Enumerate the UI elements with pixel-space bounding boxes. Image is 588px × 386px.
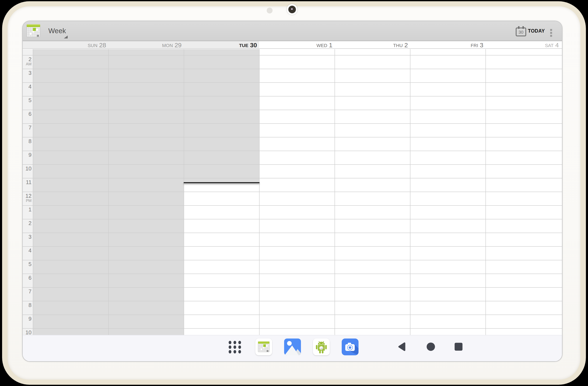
overflow-menu-icon[interactable] (546, 21, 556, 41)
calendar-peg (518, 26, 520, 29)
light-sensor-icon (267, 8, 273, 13)
hour-label: 12PM (23, 193, 32, 203)
app-drawer-icon (229, 341, 241, 353)
day-date: 2 (404, 42, 408, 48)
recents-icon (454, 348, 463, 352)
day-name: MON (162, 43, 173, 48)
day-name: TUE (239, 43, 248, 48)
overflow-dot (550, 35, 552, 37)
dock-app-app-drawer[interactable] (229, 341, 241, 353)
day-column-fri[interactable] (410, 49, 485, 335)
camera-glint (291, 8, 293, 10)
week-header: SUN28MON29TUE30WED1THU2FRI3SAT4 (23, 41, 562, 49)
day-column-sun[interactable] (33, 49, 108, 335)
time-grid: 2AM3456789101112PM12345678910 (23, 49, 562, 335)
calendar-app-icon[interactable] (26, 24, 40, 38)
hour-label: 6 (23, 111, 32, 117)
hour-label: 11 (23, 180, 32, 185)
back-icon (398, 348, 407, 352)
hour-label: 1 (23, 207, 32, 212)
hour-label: 2 (23, 221, 32, 226)
hour-label: 5 (23, 261, 32, 267)
day-column-mon[interactable] (108, 49, 184, 335)
photos-glyph (284, 339, 301, 355)
hour-label: 8 (23, 139, 32, 144)
dock-app-photos[interactable] (284, 339, 301, 356)
day-name: SAT (545, 43, 554, 48)
day-name: SUN (88, 43, 97, 48)
calendar-glyph (26, 24, 40, 37)
day-date: 29 (175, 42, 182, 48)
day-date: 28 (99, 42, 106, 48)
day-header-tue[interactable]: TUE30 (184, 41, 259, 48)
nav-home-button[interactable] (426, 342, 435, 352)
android-robot-icon (313, 339, 330, 355)
day-column-tue[interactable] (184, 49, 259, 335)
hour-label: 3 (23, 70, 32, 76)
dock (23, 335, 562, 361)
home-icon (426, 348, 435, 352)
dock-app-camera[interactable] (342, 339, 358, 356)
day-name: FRI (471, 43, 478, 48)
today-calendar-icon: 30 (516, 27, 526, 36)
screen: Week 30 TODAY SUN28MON29TUE30WED1THU2FRI… (23, 21, 562, 361)
day-header-mon[interactable]: MON29 (108, 41, 184, 48)
android-robot-glyph (315, 340, 327, 354)
day-column-sat[interactable] (485, 49, 561, 335)
day-date: 3 (480, 42, 483, 48)
overflow-dot (550, 32, 552, 34)
hour-label: 7 (23, 289, 32, 294)
today-icon-day: 30 (518, 30, 523, 35)
hour-label: 3 (23, 234, 32, 240)
dock-app-android-emulator[interactable] (313, 339, 330, 355)
photos-icon (284, 339, 301, 356)
hour-label: 2AM (23, 57, 32, 66)
camera-glyph (342, 339, 358, 355)
overflow-dot (550, 29, 552, 31)
dock-app-calendar[interactable] (255, 339, 272, 355)
camera-icon (342, 339, 358, 356)
day-date: 1 (329, 42, 333, 48)
view-title: Week (48, 21, 66, 41)
app-bar: Week 30 TODAY (23, 21, 562, 41)
current-time-line (184, 182, 260, 183)
front-camera-icon (287, 4, 297, 15)
day-name: THU (393, 43, 403, 48)
hour-label: 7 (23, 125, 32, 130)
day-date: 4 (555, 42, 559, 48)
day-header-wed[interactable]: WED1 (259, 41, 335, 48)
hour-label: 8 (23, 302, 32, 308)
today-button[interactable]: 30 TODAY (512, 21, 548, 41)
hour-label: 4 (23, 248, 32, 253)
hour-label: 10 (23, 330, 32, 335)
hour-label: 5 (23, 98, 32, 103)
day-name: WED (316, 43, 327, 48)
hour-label: 6 (23, 275, 32, 281)
day-column-wed[interactable] (259, 49, 335, 335)
today-button-label: TODAY (528, 21, 545, 41)
day-header-sun[interactable]: SUN28 (33, 41, 108, 48)
calendar-glyph (258, 341, 270, 352)
nav-recents-button[interactable] (454, 342, 463, 352)
nav-back-button[interactable] (398, 342, 407, 352)
day-column-thu[interactable] (335, 49, 410, 335)
calendar-peg (523, 26, 524, 29)
hour-label: 4 (23, 84, 32, 89)
day-header-thu[interactable]: THU2 (335, 41, 410, 48)
view-selector-dropdown[interactable]: Week (43, 21, 77, 41)
day-date: 30 (250, 42, 257, 48)
hour-label: 9 (23, 316, 32, 322)
calendar-app-icon (255, 339, 272, 355)
hour-label: 10 (23, 166, 32, 171)
day-header-fri[interactable]: FRI3 (410, 41, 485, 48)
dropdown-caret-icon (64, 36, 68, 39)
day-header-sat[interactable]: SAT4 (485, 41, 561, 48)
hour-label: 9 (23, 152, 32, 158)
